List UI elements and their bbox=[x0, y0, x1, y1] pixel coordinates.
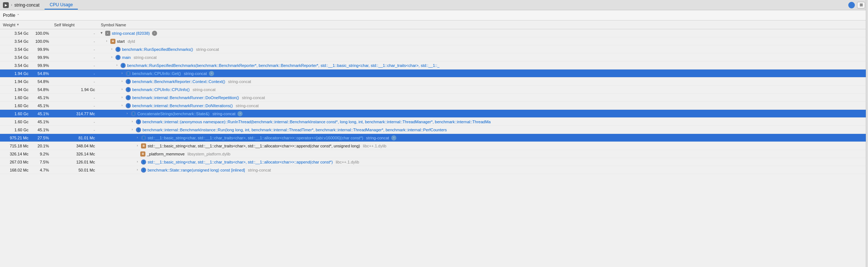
table-row[interactable]: 1.94 Gc54.8%-›👤benchmark::BenchmarkRepor… bbox=[0, 78, 868, 86]
weight-column-header[interactable]: Weight ▼ bbox=[3, 23, 54, 27]
app-name: string-concat bbox=[14, 3, 39, 8]
weight-cell: 1.60 Gc45.1% bbox=[3, 128, 54, 132]
table-row[interactable]: 1.94 Gc54.8%1.94 Gc›👤benchmark::CPUInfo:… bbox=[0, 86, 868, 94]
table-row[interactable]: 715.18 Mc20.1%348.04 Mc›🏛std::__1::basic… bbox=[0, 142, 868, 150]
weight-value: 3.54 Gc bbox=[3, 63, 28, 68]
table-row[interactable]: 1.60 Gc45.1%-›👤benchmark::internal::Benc… bbox=[0, 94, 868, 102]
symbol-name: benchmark::CPUInfo::CPUInfo() bbox=[132, 87, 190, 92]
symbol-column-header[interactable]: Symbol Name bbox=[98, 23, 865, 27]
table-row[interactable]: 3.54 Gc99.9%-›👤benchmark::RunSpecifiedBe… bbox=[0, 61, 868, 69]
symbol-name: benchmark::internal::BenchmarkRunner::Do… bbox=[132, 95, 239, 100]
table-row[interactable]: 267.03 Mc7.5%126.01 Mc›👤std::__1::basic_… bbox=[0, 158, 868, 166]
symbol-cell: ›👤benchmark::RunSpecifiedBenchmarks()str… bbox=[98, 47, 865, 52]
library-name: string-concat bbox=[228, 79, 251, 84]
table-row[interactable]: 1.60 Gc45.1%-›👤benchmark::internal::Benc… bbox=[0, 102, 868, 110]
disclosure-triangle[interactable]: › bbox=[130, 120, 134, 124]
disclosure-triangle[interactable]: › bbox=[104, 39, 109, 44]
self-weight-column-header[interactable]: Self Weight bbox=[54, 23, 98, 27]
library-name: string-concat bbox=[236, 104, 259, 108]
self-weight-cell: - bbox=[54, 120, 98, 124]
disclosure-triangle[interactable]: › bbox=[110, 47, 114, 52]
weight-percent: 99.9% bbox=[30, 47, 49, 52]
person-icon: 👤 bbox=[115, 55, 121, 60]
symbol-name: benchmark::BenchmarkReporter::Context::C… bbox=[132, 79, 225, 84]
disclosure-triangle[interactable]: › bbox=[120, 87, 124, 92]
symbol-name: string-concat (82038) bbox=[112, 31, 150, 35]
table-row[interactable]: 326.14 Mc9.2%326.14 Mc🏛_platform_memmove… bbox=[0, 150, 868, 158]
weight-value: 1.60 Gc bbox=[3, 95, 28, 100]
table-row[interactable]: 1.60 Gc45.1%-›👤benchmark::internal::(ano… bbox=[0, 118, 868, 126]
table-row[interactable]: 168.02 Mc4.7%50.01 Mc›👤benchmark::State:… bbox=[0, 166, 868, 174]
navigate-icon[interactable]: › bbox=[391, 135, 396, 140]
weight-value: 975.21 Mc bbox=[3, 136, 28, 140]
breadcrumb-chevron: › bbox=[11, 3, 12, 7]
library-name: string-concat bbox=[196, 47, 219, 52]
self-weight-value: - bbox=[94, 63, 95, 68]
weight-cell: 1.60 Gc45.1% bbox=[3, 95, 54, 100]
weight-percent: 4.7% bbox=[30, 168, 49, 172]
weight-percent: 99.9% bbox=[30, 55, 49, 60]
table-row[interactable]: 1.94 Gc54.8%-›👤benchmark::CPUInfo::Get()… bbox=[0, 69, 868, 78]
person-icon: 👤 bbox=[136, 127, 141, 132]
disclosure-triangle[interactable]: › bbox=[135, 136, 140, 140]
disclosure-triangle[interactable]: › bbox=[120, 79, 124, 84]
library-icon: 🏛 bbox=[141, 143, 146, 148]
library-icon: 🏛 bbox=[140, 151, 145, 157]
library-name: string-concat bbox=[134, 55, 157, 60]
weight-value: 1.60 Gc bbox=[3, 128, 28, 132]
table-row[interactable]: 975.21 Mc27.5%81.01 Mc›👤std::__1::basic_… bbox=[0, 134, 868, 142]
symbol-cell: ›👤std::__1::basic_string<char, std::__1:… bbox=[98, 135, 865, 140]
table-row[interactable]: 3.54 Gc100.0%-▼▪string-concat (82038)› bbox=[0, 29, 868, 37]
symbol-name: benchmark::State::range(unsigned long) c… bbox=[148, 168, 245, 172]
self-weight-value: - bbox=[94, 104, 95, 108]
disclosure-triangle[interactable]: › bbox=[110, 55, 114, 60]
weight-cell: 168.02 Mc4.7% bbox=[3, 168, 54, 172]
navigate-icon[interactable]: › bbox=[237, 111, 243, 116]
disclosure-triangle[interactable]: › bbox=[115, 63, 119, 68]
navigate-icon[interactable]: › bbox=[209, 71, 214, 76]
symbol-name: std::__1::basic_string<char, std::__1::c… bbox=[148, 144, 360, 148]
self-weight-value: - bbox=[94, 128, 95, 132]
disclosure-triangle[interactable]: › bbox=[120, 95, 124, 100]
title-bar: ▶ › string-concat CPU Usage ⊞ bbox=[0, 0, 868, 10]
disclosure-triangle[interactable]: › bbox=[120, 71, 124, 76]
right-border bbox=[866, 0, 868, 267]
table-row[interactable]: 3.54 Gc99.9%-›👤benchmark::RunSpecifiedBe… bbox=[0, 45, 868, 53]
disclosure-triangle[interactable]: › bbox=[135, 160, 140, 164]
disclosure-triangle[interactable]: › bbox=[130, 128, 134, 132]
table-row[interactable]: 3.54 Gc100.0%-›🏛startdyld bbox=[0, 37, 868, 45]
disclosure-triangle[interactable]: › bbox=[135, 168, 140, 172]
library-name: string-concat bbox=[248, 168, 271, 172]
symbol-name: std::__1::basic_string<char, std::__1::c… bbox=[148, 160, 333, 164]
tab-cpu-usage[interactable]: CPU Usage bbox=[45, 1, 78, 10]
self-weight-cell: 50.01 Mc bbox=[54, 168, 98, 172]
record-button[interactable] bbox=[848, 2, 855, 8]
symbol-cell: ›👤benchmark::internal::BenchmarkRunner::… bbox=[98, 95, 865, 100]
weight-value: 326.14 Mc bbox=[3, 152, 28, 156]
weight-value: 3.54 Gc bbox=[3, 39, 28, 44]
weight-cell: 3.54 Gc99.9% bbox=[3, 55, 54, 60]
self-weight-value: 326.14 Mc bbox=[76, 152, 95, 156]
executable-icon: ▪ bbox=[105, 31, 110, 36]
weight-percent: 27.5% bbox=[30, 136, 49, 140]
sidebar-toggle-button[interactable]: ⊞ bbox=[857, 2, 865, 8]
library-name: libsystem_platform.dylib bbox=[187, 152, 230, 156]
person-icon: 👤 bbox=[126, 79, 131, 84]
table-row[interactable]: 1.60 Gc45.1%314.77 Mc›👤ConcatenateString… bbox=[0, 110, 868, 118]
navigate-icon[interactable]: › bbox=[152, 31, 157, 36]
table-row[interactable]: 3.54 Gc99.9%-›👤mainstring-concat bbox=[0, 53, 868, 61]
app-icon: ▶ bbox=[3, 2, 9, 8]
disclosure-triangle[interactable]: › bbox=[125, 112, 129, 116]
symbol-name: benchmark::internal::BenchmarkInstance::… bbox=[142, 128, 447, 132]
self-weight-cell: 348.04 Mc bbox=[54, 144, 98, 148]
person-icon: 👤 bbox=[115, 47, 121, 52]
disclosure-triangle[interactable]: › bbox=[135, 144, 140, 148]
self-weight-cell: - bbox=[54, 104, 98, 108]
disclosure-triangle[interactable]: › bbox=[120, 104, 124, 108]
self-weight-cell: - bbox=[54, 47, 98, 52]
weight-cell: 1.94 Gc54.8% bbox=[3, 87, 54, 92]
self-weight-cell: 326.14 Mc bbox=[54, 152, 98, 156]
table-row[interactable]: 1.60 Gc45.1%-›👤benchmark::internal::Benc… bbox=[0, 126, 868, 134]
disclosure-triangle[interactable]: ▼ bbox=[99, 31, 104, 35]
column-headers: Weight ▼ Self Weight Symbol Name bbox=[0, 20, 868, 29]
